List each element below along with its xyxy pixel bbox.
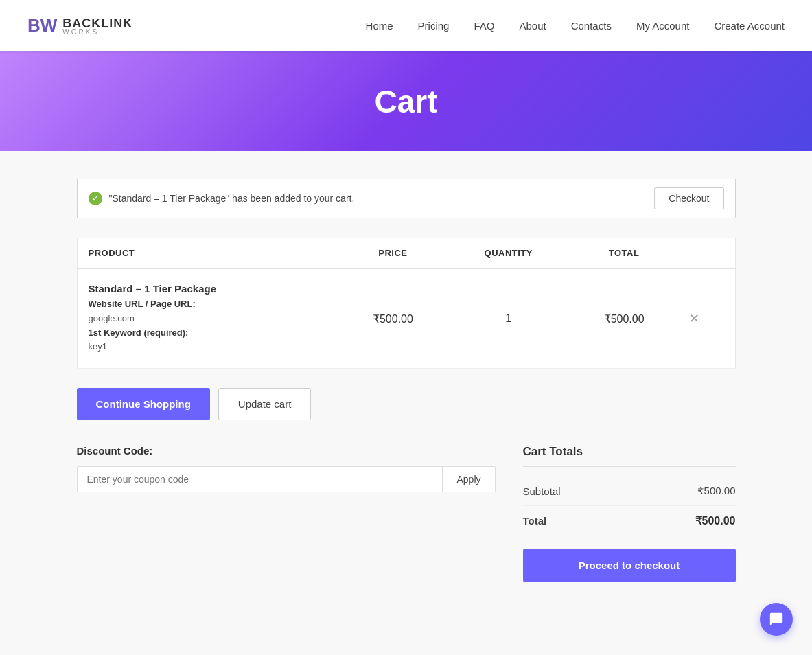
subtotal-value: ₹500.00 (697, 485, 736, 497)
nav-faq[interactable]: FAQ (474, 20, 494, 32)
logo-bw-icon: BW (27, 15, 57, 36)
checkout-button[interactable]: Checkout (654, 187, 723, 209)
cart-table: PRODUCT PRICE QUANTITY TOTAL Standard – … (77, 238, 736, 369)
nav-create-account[interactable]: Create Account (714, 20, 785, 32)
hero-banner: Cart (0, 51, 812, 151)
check-icon: ✓ (89, 192, 102, 205)
chat-widget[interactable] (760, 603, 793, 623)
keyword-value: key1 (89, 341, 107, 352)
notification-message-area: ✓ "Standard – 1 Tier Package" has been a… (89, 192, 355, 205)
subtotal-row: Subtotal ₹500.00 (523, 476, 736, 506)
remove-item-button[interactable]: ✕ (689, 312, 699, 325)
logo-brand: BACKLINK WORKS (62, 16, 132, 36)
keyword-label: 1st Keyword (required): (89, 328, 189, 338)
proceed-to-checkout-button[interactable]: Proceed to checkout (523, 549, 736, 582)
coupon-input[interactable] (77, 466, 443, 492)
apply-coupon-button[interactable]: Apply (443, 466, 495, 492)
total-row: Total ₹500.00 (523, 506, 736, 536)
discount-section: Discount Code: Apply (77, 445, 496, 582)
cart-actions: Continue Shopping Update cart (77, 388, 736, 420)
product-cell: Standard – 1 Tier Package Website URL / … (77, 268, 338, 369)
product-meta: Website URL / Page URL: google.com 1st K… (89, 297, 328, 354)
total-label: Total (523, 515, 547, 527)
discount-label: Discount Code: (77, 445, 496, 457)
main-content: ✓ "Standard – 1 Tier Package" has been a… (63, 151, 750, 623)
cart-totals: Cart Totals Subtotal ₹500.00 Total ₹500.… (523, 445, 736, 582)
total-value: ₹500.00 (695, 514, 736, 527)
nav-contacts[interactable]: Contacts (571, 20, 612, 32)
main-nav: Home Pricing FAQ About Contacts My Accou… (366, 20, 785, 32)
quantity-cell: 1 (448, 268, 570, 369)
cart-totals-title: Cart Totals (523, 445, 736, 467)
subtotal-label: Subtotal (523, 485, 561, 497)
col-quantity: QUANTITY (448, 238, 570, 269)
nav-pricing[interactable]: Pricing (418, 20, 450, 32)
url-label: Website URL / Page URL: (89, 299, 196, 309)
chat-icon (769, 612, 784, 623)
table-row: Standard – 1 Tier Package Website URL / … (77, 268, 735, 369)
continue-shopping-button[interactable]: Continue Shopping (77, 388, 210, 420)
nav-about[interactable]: About (519, 20, 546, 32)
url-value: google.com (89, 313, 135, 323)
col-total: TOTAL (570, 238, 678, 269)
header: BW BACKLINK WORKS Home Pricing FAQ About… (0, 0, 812, 51)
remove-cell: ✕ (678, 268, 735, 369)
notification-bar: ✓ "Standard – 1 Tier Package" has been a… (77, 179, 736, 218)
nav-home[interactable]: Home (366, 20, 393, 32)
logo-works: WORKS (62, 28, 132, 36)
col-product: PRODUCT (77, 238, 338, 269)
notification-text: "Standard – 1 Tier Package" has been add… (109, 193, 355, 204)
table-header-row: PRODUCT PRICE QUANTITY TOTAL (77, 238, 735, 269)
col-price: PRICE (338, 238, 447, 269)
page-title: Cart (374, 83, 437, 120)
update-cart-button[interactable]: Update cart (218, 388, 312, 420)
col-remove (678, 238, 735, 269)
logo-area: BW BACKLINK WORKS (27, 15, 132, 36)
price-cell: ₹500.00 (338, 268, 447, 369)
bottom-section: Discount Code: Apply Cart Totals Subtota… (77, 445, 736, 582)
product-name: Standard – 1 Tier Package (89, 283, 328, 295)
total-cell: ₹500.00 (570, 268, 678, 369)
discount-input-row: Apply (77, 466, 496, 492)
nav-my-account[interactable]: My Account (636, 20, 690, 32)
